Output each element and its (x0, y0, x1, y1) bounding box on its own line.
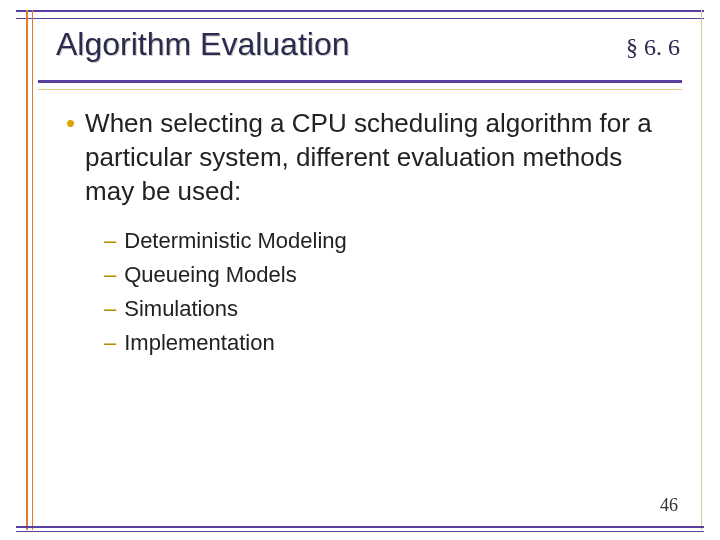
sub-item-label: Queueing Models (124, 260, 296, 290)
header: Algorithm Evaluation § 6. 6 (56, 26, 680, 63)
title-underline (38, 80, 682, 90)
left-accent (26, 10, 33, 530)
slide: Algorithm Evaluation § 6. 6 • When selec… (0, 0, 720, 540)
slide-body: • When selecting a CPU scheduling algori… (66, 106, 670, 362)
slide-title: Algorithm Evaluation (56, 26, 349, 63)
dash-icon: – (104, 328, 116, 358)
bottom-rule-thin (16, 531, 704, 532)
sub-list: – Deterministic Modeling – Queueing Mode… (104, 226, 670, 358)
sub-item-label: Simulations (124, 294, 238, 324)
sub-item-label: Implementation (124, 328, 274, 358)
sub-item: – Queueing Models (104, 260, 670, 290)
bullet-dot-icon: • (66, 106, 75, 140)
right-accent (701, 10, 702, 530)
dash-icon: – (104, 294, 116, 324)
sub-item: – Simulations (104, 294, 670, 324)
dash-icon: – (104, 226, 116, 256)
dash-icon: – (104, 260, 116, 290)
sub-item: – Deterministic Modeling (104, 226, 670, 256)
bottom-rule (16, 526, 704, 528)
bullet-text: When selecting a CPU scheduling algorith… (85, 106, 670, 208)
bullet-item: • When selecting a CPU scheduling algori… (66, 106, 670, 208)
page-number: 46 (660, 495, 678, 516)
sub-item: – Implementation (104, 328, 670, 358)
sub-item-label: Deterministic Modeling (124, 226, 347, 256)
top-rule (16, 10, 704, 19)
section-reference: § 6. 6 (626, 34, 680, 61)
